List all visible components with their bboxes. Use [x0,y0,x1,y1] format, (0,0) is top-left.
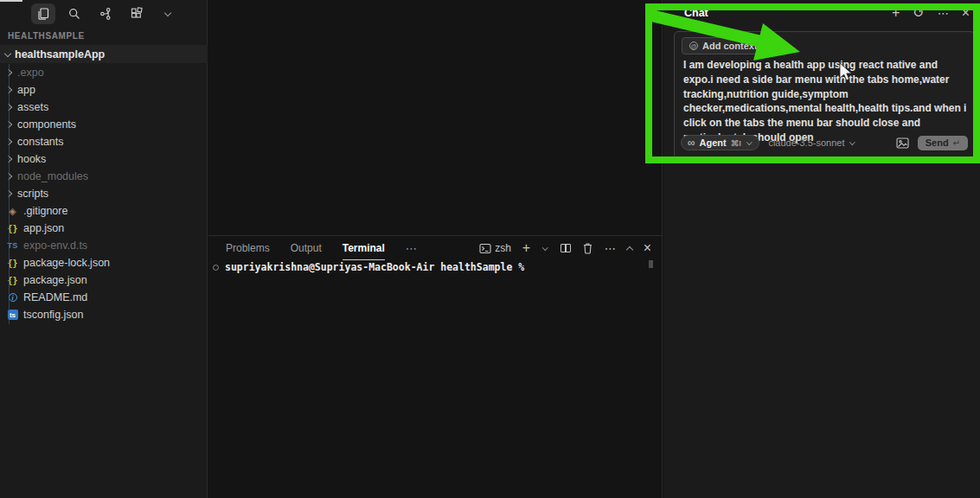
agent-mode-icon: ∞ [688,137,695,148]
chat-input-text[interactable]: I am developing a health app using react… [683,58,969,145]
explorer-item-hooks[interactable]: hooks [0,150,208,168]
chat-title: Chat [684,7,708,19]
model-label: claude-3.5-sonnet [768,137,844,148]
activity-bar [31,3,180,25]
workspace-section-label: HEALTHSAMPLE [8,31,85,41]
chat-input-box[interactable]: @ Add context I am developing a health a… [674,31,975,159]
explorer-item-label: app.json [23,222,64,234]
source-control-icon[interactable] [93,3,118,24]
add-context-label: Add context [702,41,758,51]
panel-tab-output[interactable]: Output [291,237,322,260]
terminal-profile-chevron-icon[interactable] [542,245,548,250]
close-chat-icon[interactable]: × [962,6,970,20]
explorer-item-label: assets [17,101,48,113]
new-chat-icon[interactable]: + [892,6,900,20]
more-views-chevron-icon[interactable] [156,3,180,24]
explorer-item-label: constants [17,136,64,148]
model-picker[interactable]: claude-3.5-sonnet [768,137,856,148]
explorer-item-package-json[interactable]: {}package.json [0,271,208,289]
explorer-item-label: tsconfig.json [23,309,83,321]
chat-header: Chat + ↺ ⋯ × [663,0,980,26]
shell-selector[interactable]: zsh [479,242,511,254]
explorer-list: .expoappassetscomponentsconstantshooksno… [0,64,208,323]
chat-input-toolbar: ∞ Agent ⌘I claude-3.5-sonnet Send [681,133,968,152]
maximize-panel-chevron-icon[interactable] [625,246,632,252]
window-edge-artifact [0,0,22,2]
chevron-down-icon [4,49,11,56]
command-decoration-icon [213,265,219,271]
at-mention-icon: @ [689,42,698,50]
new-terminal-button[interactable]: + [522,241,530,255]
explorer-item-components[interactable]: components [0,116,208,133]
send-label: Send [926,137,949,148]
explorer-item-package-lock-json[interactable]: {}package-lock.json [0,254,208,271]
chat-history-icon[interactable]: ↺ [913,6,924,20]
close-panel-icon[interactable]: × [644,241,651,255]
panel-actions: zsh + ⋯ × [479,236,651,260]
explorer-item-assets[interactable]: assets [0,99,208,116]
chat-header-actions: + ↺ ⋯ × [892,0,970,26]
chat-panel: Chat + ↺ ⋯ × @ Add context I am developi… [663,0,980,498]
explorer-item-label: README.md [23,291,87,303]
add-context-button[interactable]: @ Add context [682,37,765,54]
explorer-item-label: hooks [17,153,46,165]
terminal-output-line[interactable]: supriyakrishna@Supriyas-MacBook-Air heal… [213,261,524,273]
chat-mode-picker[interactable]: ∞ Agent ⌘I [681,135,759,150]
chat-more-actions-icon[interactable]: ⋯ [938,8,949,19]
extensions-icon[interactable] [125,3,149,24]
panel-tab-problems[interactable]: Problems [226,237,270,260]
explorer-item-label: node_modules [17,170,88,182]
return-key-icon: ↵ [953,138,960,148]
editor-area: ProblemsOutputTerminal⋯ zsh + ⋯ × [208,0,663,498]
chat-mode-label: Agent [700,137,727,148]
terminal-prompt: supriyakrishna@Supriyas-MacBook-Air heal… [225,261,524,273]
chevron-down-icon [746,139,752,144]
explorer-item-expo[interactable]: .expo [0,64,208,81]
explorer-item-label: package.json [23,274,87,286]
explorer-item-label: expo-env.d.ts [23,239,87,252]
kill-terminal-trash-icon[interactable] [582,242,593,254]
indent-guide [9,64,10,324]
explorer-item-gitignore[interactable]: ◈.gitignore [0,202,208,220]
split-terminal-icon[interactable] [560,244,571,252]
bottom-panel: ProblemsOutputTerminal⋯ zsh + ⋯ × [208,235,662,498]
vscode-window: HEALTHSAMPLE healthsampleApp .expoappass… [0,0,980,498]
explorer-item-label: scripts [17,188,48,200]
shell-label: zsh [495,242,511,254]
terminal-scrollbar-thumb[interactable] [649,260,653,268]
explorer-item-app-json[interactable]: {}app.json [0,220,208,237]
explorer-item-constants[interactable]: constants [0,133,208,150]
attach-image-icon[interactable] [896,137,909,149]
explorer-item-label: package-lock.json [23,257,110,269]
root-folder-label: healthsampleApp [15,48,105,61]
explorer-item-node-modules[interactable]: node_modules [0,168,208,185]
panel-tab-terminal[interactable]: Terminal [343,237,385,260]
terminal-icon [479,243,491,254]
explorer-item-label: app [17,84,35,96]
explorer-item-label: .gitignore [23,205,67,217]
explorer-icon[interactable] [31,3,55,24]
chat-mode-shortcut: ⌘I [731,138,741,148]
explorer-item-label: .expo [17,67,44,79]
explorer-item-app[interactable]: app [0,81,208,99]
explorer-sidebar: HEALTHSAMPLE healthsampleApp .expoappass… [0,0,208,498]
explorer-item-tsconfig-json[interactable]: tstsconfig.json [0,306,208,323]
panel-tabs-more-icon[interactable]: ⋯ [406,242,417,255]
panel-more-actions-icon[interactable]: ⋯ [605,243,616,254]
explorer-item-label: components [17,118,76,131]
explorer-item-readme-md[interactable]: iREADME.md [0,289,208,306]
explorer-item-scripts[interactable]: scripts [0,185,208,202]
explorer-item-expo-env-d-ts[interactable]: TSexpo-env.d.ts [0,237,208,254]
chevron-down-icon [850,139,855,144]
explorer-root-folder[interactable]: healthsampleApp [0,45,208,63]
search-icon[interactable] [62,3,86,24]
send-button[interactable]: Send ↵ [918,136,968,150]
